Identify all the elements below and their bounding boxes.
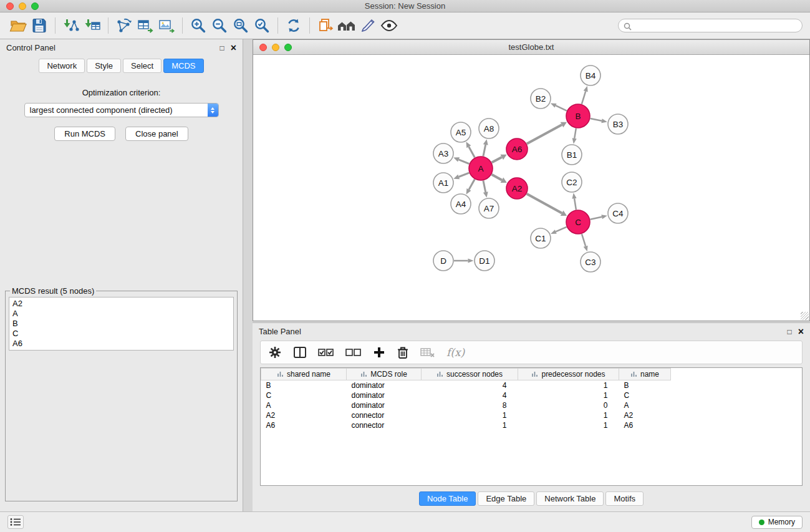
- dropdown-stepper-icon: [208, 104, 218, 117]
- toolbar-search: [618, 19, 803, 32]
- home-button[interactable]: [336, 15, 357, 36]
- deselect-all-button[interactable]: [345, 347, 362, 357]
- apply-layout-button[interactable]: [283, 15, 304, 36]
- close-window-button[interactable]: [6, 2, 14, 10]
- delete-table-button[interactable]: [420, 347, 435, 358]
- result-item[interactable]: B: [12, 319, 230, 329]
- close-panel-icon[interactable]: ×: [231, 43, 236, 53]
- table-row[interactable]: Adominator80A: [261, 400, 671, 410]
- graph-edge-A-A2[interactable]: [492, 175, 502, 180]
- select-all-button[interactable]: [318, 347, 334, 357]
- graph-edge-A-A7[interactable]: [483, 181, 486, 192]
- document-transfer-button[interactable]: [315, 15, 336, 36]
- save-floppy-icon: [31, 17, 47, 34]
- style-brush-button[interactable]: [357, 15, 378, 36]
- graph-edge-A-A8[interactable]: [483, 145, 486, 156]
- graph-edge-C-C2[interactable]: [574, 198, 576, 210]
- toolbar-separator: [309, 17, 310, 34]
- network-minimize-button[interactable]: [272, 44, 279, 51]
- tab-mcds[interactable]: MCDS: [163, 59, 203, 73]
- graph-edge-A2-C[interactable]: [527, 194, 562, 213]
- run-mcds-button[interactable]: Run MCDS: [54, 127, 115, 141]
- graph-node-label-B3: B3: [613, 120, 624, 129]
- graph-edge-B-B4[interactable]: [582, 91, 586, 104]
- network-canvas[interactable]: AA6A2BCA1A3A4A5A7A8B1B2B3B4C1C2C3C4DD1: [253, 55, 809, 321]
- zoom-out-button[interactable]: [209, 15, 230, 36]
- graph-edge-A-A5[interactable]: [469, 147, 475, 157]
- column-header-mcds-role[interactable]: MCDS role: [347, 369, 422, 380]
- tab-network-table[interactable]: Network Table: [536, 491, 604, 506]
- float-table-panel-icon[interactable]: □: [787, 328, 791, 336]
- minimize-window-button[interactable]: [19, 2, 26, 10]
- graph-edge-C-C4[interactable]: [591, 217, 602, 220]
- graph-edge-B-B1[interactable]: [574, 128, 576, 138]
- graph-edge-arrowhead: [551, 103, 557, 107]
- graph-edge-B-B3[interactable]: [591, 118, 602, 121]
- graph-edge-A-A1[interactable]: [459, 173, 470, 177]
- list-icon: [10, 518, 21, 526]
- delete-column-button[interactable]: [397, 346, 409, 359]
- graph-edge-C-C3[interactable]: [582, 234, 586, 246]
- import-network-button[interactable]: [60, 15, 82, 36]
- optimization-criterion-select[interactable]: largest connected component (directed): [24, 103, 219, 117]
- mcds-result-list[interactable]: A2 A B C A6: [9, 297, 234, 351]
- tab-motifs[interactable]: Motifs: [605, 491, 644, 506]
- show-columns-button[interactable]: [293, 346, 307, 359]
- memory-button[interactable]: Memory: [751, 516, 803, 529]
- column-header-predecessor-nodes[interactable]: predecessor nodes: [518, 369, 619, 380]
- result-item[interactable]: C: [12, 329, 230, 339]
- close-table-panel-icon[interactable]: ×: [798, 327, 804, 337]
- table-settings-button[interactable]: [268, 346, 282, 359]
- memory-status-icon: [759, 520, 764, 525]
- result-item[interactable]: A: [12, 309, 230, 319]
- network-graph[interactable]: AA6A2BCA1A3A4A5A7A8B1B2B3B4C1C2C3C4DD1: [253, 55, 809, 321]
- table-panel-header: Table Panel □ ×: [253, 323, 810, 340]
- graph-edge-A-A4[interactable]: [469, 179, 475, 189]
- export-network-button[interactable]: [113, 15, 135, 36]
- save-session-button[interactable]: [29, 15, 50, 36]
- result-item[interactable]: A2: [12, 299, 230, 309]
- graph-edge-A-A6[interactable]: [492, 157, 502, 163]
- column-header-successor-nodes[interactable]: successor nodes: [422, 369, 518, 380]
- result-item[interactable]: A6: [12, 339, 230, 349]
- open-session-button[interactable]: [7, 15, 29, 36]
- column-header-name[interactable]: name: [619, 369, 671, 380]
- tab-node-table[interactable]: Node Table: [419, 491, 476, 506]
- zoom-fit-button[interactable]: [230, 15, 251, 36]
- export-table-button[interactable]: [135, 15, 156, 36]
- network-close-button[interactable]: [259, 44, 267, 51]
- tab-select[interactable]: Select: [123, 59, 162, 73]
- table-row[interactable]: A2connector11A2: [261, 410, 671, 420]
- task-history-button[interactable]: [7, 515, 24, 529]
- graph-edge-C-C1[interactable]: [556, 227, 566, 232]
- import-table-button[interactable]: [82, 15, 103, 36]
- table-row[interactable]: A6connector11A6: [261, 420, 671, 430]
- tab-style[interactable]: Style: [87, 59, 121, 73]
- graph-edge-arrowhead: [572, 138, 577, 143]
- add-column-button[interactable]: [373, 346, 385, 359]
- table-row[interactable]: Bdominator41B: [261, 380, 671, 390]
- zoom-in-button[interactable]: [188, 15, 209, 36]
- tab-edge-table[interactable]: Edge Table: [478, 491, 534, 506]
- graph-edge-A6-B[interactable]: [527, 125, 562, 143]
- zoom-selected-button[interactable]: [251, 15, 272, 36]
- resize-handle[interactable]: [801, 312, 809, 320]
- toggle-visibility-button[interactable]: [378, 15, 400, 36]
- tab-network[interactable]: Network: [39, 59, 85, 73]
- graph-node-label-A4: A4: [456, 200, 466, 209]
- graph-edge-B-B2[interactable]: [556, 105, 567, 110]
- graph-edge-A-A3[interactable]: [459, 160, 470, 164]
- float-panel-icon[interactable]: □: [219, 44, 224, 52]
- export-image-button[interactable]: [156, 15, 177, 36]
- close-panel-button[interactable]: Close panel: [125, 127, 188, 141]
- graph-edge-arrowhead: [551, 230, 557, 234]
- zoom-window-button[interactable]: [31, 2, 39, 10]
- column-header-shared-name[interactable]: shared name: [261, 369, 347, 380]
- function-builder-button[interactable]: f(x): [446, 346, 465, 359]
- graph-node-label-C3: C3: [585, 258, 595, 267]
- graph-node-label-C1: C1: [535, 234, 546, 243]
- graph-node-label-A5: A5: [456, 128, 466, 137]
- search-input[interactable]: [618, 19, 803, 32]
- network-zoom-button[interactable]: [284, 44, 292, 51]
- table-row[interactable]: Cdominator41C: [261, 390, 671, 400]
